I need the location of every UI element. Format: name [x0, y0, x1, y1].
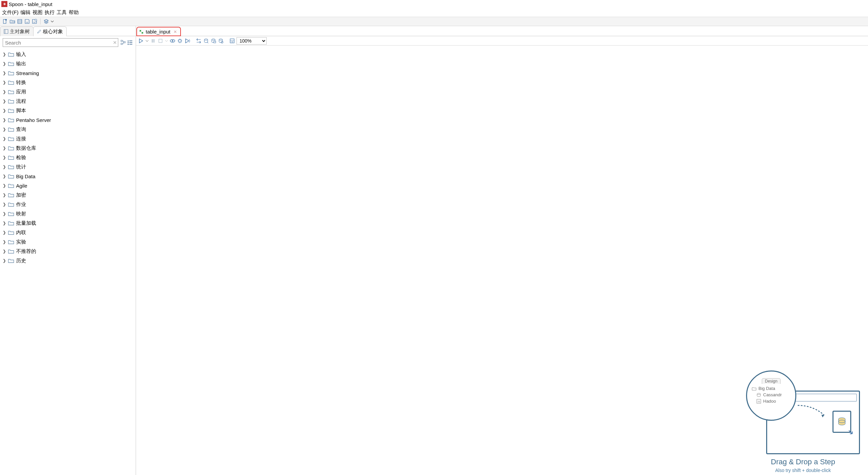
- sql-icon[interactable]: [210, 38, 216, 44]
- svg-rect-8: [4, 30, 8, 33]
- verify-icon[interactable]: [196, 38, 202, 44]
- right-area: table_input ✕ 100%: [136, 26, 868, 475]
- save-icon[interactable]: [24, 19, 30, 25]
- tree-item[interactable]: ❯Big Data: [1, 171, 134, 181]
- caret-icon: ❯: [3, 174, 6, 179]
- tree-item-label: 脚本: [16, 107, 26, 114]
- svg-rect-15: [128, 44, 129, 45]
- folder-icon: [8, 52, 14, 57]
- folder-icon: [8, 80, 14, 85]
- tree-item-label: Streaming: [16, 70, 39, 76]
- list-view-icon[interactable]: [127, 39, 133, 45]
- menu-help[interactable]: 帮助: [69, 9, 79, 16]
- folder-icon: [8, 211, 14, 216]
- tree-item[interactable]: ❯查询: [1, 125, 134, 134]
- caret-icon: ❯: [3, 221, 6, 225]
- menu-edit[interactable]: 编辑: [21, 9, 30, 16]
- panel-tabs: 主对象树 核心对象: [0, 26, 136, 36]
- tree-icon: [4, 29, 8, 34]
- folder-icon: [8, 183, 14, 188]
- caret-icon: ❯: [3, 202, 6, 207]
- save-as-icon[interactable]: [31, 19, 37, 25]
- run-options-caret-icon[interactable]: [145, 38, 149, 44]
- dropdown-caret-icon[interactable]: [51, 19, 54, 25]
- impact-icon[interactable]: [203, 38, 209, 44]
- open-file-icon[interactable]: [9, 19, 16, 25]
- caret-icon: ❯: [3, 146, 6, 150]
- new-file-icon[interactable]: [2, 19, 8, 25]
- svg-line-29: [178, 39, 179, 40]
- show-results-icon[interactable]: [229, 38, 235, 44]
- menu-view[interactable]: 视图: [32, 9, 42, 16]
- tree-view-icon[interactable]: [120, 39, 126, 45]
- explore-db-icon[interactable]: [218, 38, 224, 44]
- preview-icon[interactable]: [169, 38, 176, 44]
- tree-item[interactable]: ❯Streaming: [1, 68, 134, 78]
- debug-icon[interactable]: [177, 38, 183, 44]
- tab-main-tree-label: 主对象树: [10, 29, 30, 35]
- doc-tab-table-input[interactable]: table_input ✕: [137, 27, 181, 36]
- svg-line-30: [181, 42, 182, 42]
- stop-options-caret-icon[interactable]: [165, 38, 168, 44]
- tree-item-label: Agile: [16, 183, 27, 189]
- tree-item-label: 数据仓库: [16, 145, 36, 151]
- tree-item-label: 检验: [16, 154, 26, 161]
- caret-icon: ❯: [3, 80, 6, 85]
- tree-item-label: 历史: [16, 258, 26, 264]
- svg-line-31: [178, 42, 179, 42]
- search-input[interactable]: [3, 38, 118, 47]
- tree-item[interactable]: ❯作业: [1, 200, 134, 209]
- replay-icon[interactable]: [184, 38, 190, 44]
- tree-item[interactable]: ❯输入: [1, 50, 134, 59]
- zoom-select[interactable]: 100%: [237, 37, 267, 44]
- tree-item-label: 作业: [16, 201, 26, 208]
- tree-item[interactable]: ❯实验: [1, 237, 134, 247]
- svg-point-36: [219, 39, 222, 40]
- tree-item[interactable]: ❯映射: [1, 209, 134, 218]
- clear-icon[interactable]: ✕: [113, 40, 117, 45]
- svg-rect-1: [5, 19, 7, 21]
- close-icon[interactable]: ✕: [174, 30, 177, 34]
- stop-icon[interactable]: [157, 38, 163, 44]
- tree-item[interactable]: ❯Agile: [1, 181, 134, 190]
- tree-item[interactable]: ❯输出: [1, 59, 134, 68]
- hint-row1: Big Data: [758, 386, 775, 391]
- menu-file[interactable]: 文件(F): [2, 9, 19, 16]
- caret-icon: ❯: [3, 61, 6, 66]
- doc-tab-label: table_input: [146, 29, 170, 34]
- pencil-icon: [37, 29, 41, 34]
- tree-item[interactable]: ❯脚本: [1, 106, 134, 115]
- run-icon[interactable]: [138, 38, 144, 44]
- tree-item[interactable]: ❯数据仓库: [1, 144, 134, 153]
- folder-icon: [8, 127, 14, 132]
- menu-tools[interactable]: 工具: [57, 9, 67, 16]
- tree-item[interactable]: ❯连接: [1, 134, 134, 144]
- tab-core-objects[interactable]: 核心对象: [33, 27, 67, 36]
- tree-item[interactable]: ❯统计: [1, 162, 134, 171]
- tree-item[interactable]: ❯Pentaho Server: [1, 115, 134, 125]
- caret-icon: ❯: [3, 71, 6, 75]
- tree-item-label: Pentaho Server: [16, 117, 51, 123]
- folder-icon: [8, 230, 14, 235]
- tree-item[interactable]: ❯检验: [1, 153, 134, 162]
- menu-run[interactable]: 执行: [44, 9, 55, 16]
- folder-icon: [8, 61, 14, 66]
- search-row: ✕: [0, 36, 136, 49]
- tree-item[interactable]: ❯转换: [1, 78, 134, 87]
- tree-item[interactable]: ❯应用: [1, 87, 134, 96]
- explore-icon[interactable]: [17, 19, 23, 25]
- tree-item[interactable]: ❯流程: [1, 96, 134, 106]
- caret-icon: ❯: [3, 118, 6, 122]
- caret-icon: ❯: [3, 164, 6, 169]
- tree-item[interactable]: ❯不推荐的: [1, 247, 134, 256]
- tree[interactable]: ❯输入❯输出❯Streaming❯转换❯应用❯流程❯脚本❯Pentaho Ser…: [0, 49, 136, 475]
- tree-item[interactable]: ❯加密: [1, 190, 134, 200]
- perspective-icon[interactable]: [43, 19, 49, 25]
- tab-main-tree[interactable]: 主对象树: [0, 27, 33, 36]
- pause-icon[interactable]: [150, 38, 156, 44]
- tree-item[interactable]: ❯批量加载: [1, 218, 134, 228]
- tree-item[interactable]: ❯内联: [1, 228, 134, 237]
- tree-item[interactable]: ❯历史: [1, 256, 134, 265]
- canvas[interactable]: Design Big Data Cassandr HHadoo Drag & D…: [136, 45, 868, 475]
- doc-toolbar: 100%: [136, 36, 868, 45]
